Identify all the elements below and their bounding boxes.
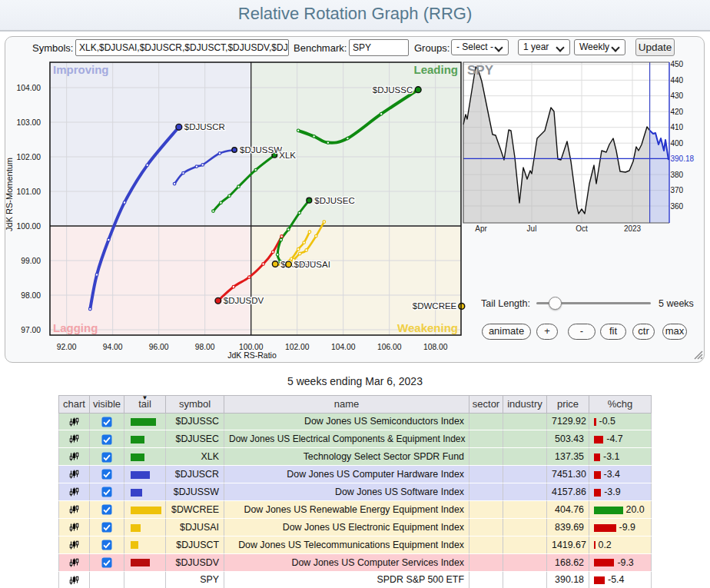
svg-text:Leading: Leading — [413, 63, 458, 76]
svg-text:390.18: 390.18 — [671, 154, 695, 163]
svg-text:$DJUSSW: $DJUSSW — [240, 145, 282, 154]
svg-text:Improving: Improving — [53, 63, 109, 76]
svg-text:96.00: 96.00 — [149, 343, 169, 351]
svg-text:98.00: 98.00 — [195, 343, 215, 351]
svg-text:103.00: 103.00 — [17, 118, 41, 127]
svg-text:450: 450 — [671, 60, 684, 68]
svg-text:XLK: XLK — [279, 151, 296, 160]
svg-text:JdK RS-Ratio: JdK RS-Ratio — [227, 350, 277, 360]
svg-text:SPY: SPY — [467, 63, 494, 78]
svg-text:420: 420 — [671, 108, 684, 116]
svg-text:94.00: 94.00 — [103, 343, 123, 351]
svg-text:430: 430 — [671, 91, 684, 100]
svg-text:410: 410 — [671, 123, 684, 131]
svg-text:$DJUSAI: $DJUSAI — [294, 260, 330, 269]
svg-text:Oct: Oct — [576, 224, 588, 233]
svg-text:108.00: 108.00 — [423, 343, 448, 351]
svg-text:2023: 2023 — [624, 224, 642, 233]
svg-text:440: 440 — [671, 76, 684, 85]
svg-text:100.00: 100.00 — [239, 343, 264, 351]
svg-text:101.00: 101.00 — [17, 188, 41, 196]
svg-text:380: 380 — [671, 171, 684, 179]
svg-text:104.00: 104.00 — [17, 84, 41, 92]
svg-text:104.00: 104.00 — [331, 343, 356, 351]
svg-text:400: 400 — [671, 139, 684, 148]
svg-text:99.00: 99.00 — [21, 257, 41, 265]
svg-text:102.00: 102.00 — [17, 153, 41, 161]
svg-text:100.00: 100.00 — [17, 222, 41, 231]
svg-text:$DJUSEC: $DJUSEC — [314, 196, 354, 205]
svg-text:Apr: Apr — [475, 224, 487, 233]
svg-text:$DJUSCR: $DJUSCR — [184, 122, 225, 131]
svg-text:JdK RS-Momentum: JdK RS-Momentum — [5, 158, 14, 231]
svg-text:360: 360 — [671, 202, 684, 211]
svg-text:$DJUSSC: $DJUSSC — [373, 85, 413, 95]
svg-text:370: 370 — [671, 186, 684, 194]
svg-text:Jul: Jul — [527, 224, 537, 233]
svg-text:92.00: 92.00 — [57, 343, 77, 351]
svg-text:102.00: 102.00 — [285, 343, 310, 351]
svg-text:106.00: 106.00 — [377, 343, 402, 351]
